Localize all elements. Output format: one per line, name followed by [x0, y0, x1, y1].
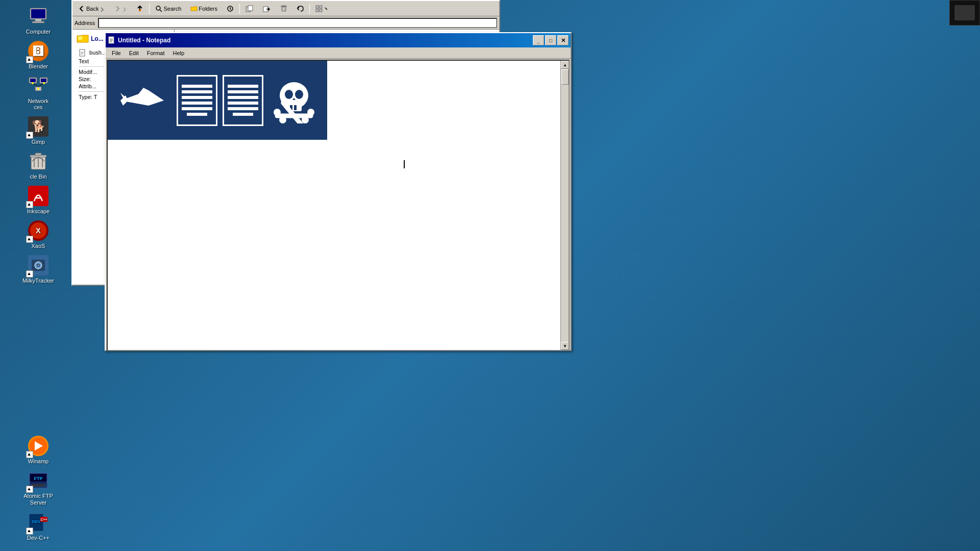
folders-label: Folders: [199, 6, 217, 12]
notepad-titlebar-icon: [108, 36, 116, 44]
desktop-icon-dev-cpp[interactable]: DEV C++ Dev-C++: [20, 510, 56, 541]
xaos-icon: X: [26, 218, 51, 243]
svg-rect-39: [139, 9, 141, 11]
winamp-icon-label: Winamp: [28, 458, 48, 464]
search-button[interactable]: Search: [152, 3, 185, 15]
notepad-banner-image: [108, 61, 327, 140]
modified-label: Modif...: [79, 69, 97, 75]
notepad-menubar: File Edit Format Help: [106, 47, 571, 59]
blender-icon-label: Blender: [29, 63, 48, 69]
svg-point-76: [302, 116, 309, 123]
history-button[interactable]: [223, 3, 237, 15]
desktop-icon-computer[interactable]: Computer: [20, 4, 56, 35]
address-input[interactable]: [98, 18, 497, 28]
size-label: Size:: [79, 76, 91, 82]
desktop-icon-winamp[interactable]: Winamp: [20, 434, 56, 464]
views-button[interactable]: [312, 3, 332, 15]
svg-rect-54: [320, 9, 322, 12]
svg-text:C++: C++: [40, 518, 47, 521]
notepad-content-area[interactable]: ▲ ▼: [107, 60, 570, 351]
banner-airplane-icon: [115, 80, 172, 121]
notepad-titlebar[interactable]: Untitled - Notepad _ □ ✕: [106, 33, 571, 47]
svg-rect-44: [248, 6, 253, 11]
svg-point-74: [307, 109, 314, 116]
svg-point-40: [156, 6, 160, 10]
desktop-icon-atomic-ftp[interactable]: FTP Atomic FTP Server: [18, 468, 59, 506]
svg-point-69: [285, 90, 293, 99]
recycle-icon-label: cle Bin: [30, 173, 46, 180]
inkscape-icon-label: Inkscape: [27, 208, 50, 214]
scroll-down-arrow: ▼: [563, 344, 567, 348]
inkscape-icon: [26, 184, 51, 208]
svg-rect-68: [294, 105, 297, 110]
desktop-icon-milkytracker[interactable]: MilkyTracker: [20, 253, 56, 284]
desktop-icon-network[interactable]: Networkces: [20, 73, 56, 110]
desktop: Computer 🅱 Blender: [0, 0, 980, 551]
desktop-icon-gimp[interactable]: 🐕 Gimp: [20, 114, 56, 145]
blender-icon: 🅱: [26, 39, 51, 63]
menu-file[interactable]: File: [108, 49, 125, 57]
toolbar-sep-2: [239, 4, 240, 14]
svg-point-73: [274, 109, 281, 116]
gimp-icon-label: Gimp: [32, 139, 45, 145]
folders-button[interactable]: Folders: [187, 3, 221, 15]
dev-cpp-icon-label: Dev-C++: [27, 535, 50, 541]
svg-point-70: [295, 90, 303, 99]
milkytracker-icon-label: MilkyTracker: [22, 278, 54, 284]
back-button[interactable]: Back: [75, 3, 108, 15]
banner-doc2-icon: [223, 75, 263, 126]
window-controls: _ □ ✕: [533, 35, 569, 45]
menu-edit[interactable]: Edit: [125, 49, 143, 57]
atomic-ftp-icon-label: Atomic FTP Server: [18, 493, 59, 506]
xaos-icon-label: XaoS: [32, 243, 45, 249]
scroll-up-button[interactable]: ▲: [561, 61, 569, 69]
network-icon-label: Networkces: [28, 98, 48, 110]
move-button[interactable]: [259, 3, 275, 15]
notepad-window: Untitled - Notepad _ □ ✕ File Edit: [105, 32, 572, 351]
notepad-title: Untitled - Notepad: [118, 37, 170, 44]
svg-rect-53: [316, 9, 318, 12]
filename-value: bush...: [89, 49, 106, 56]
svg-text:FTP: FTP: [34, 476, 43, 481]
scroll-up-arrow: ▲: [563, 63, 567, 67]
desktop-icon-xaos[interactable]: X XaoS: [20, 218, 56, 249]
maximize-button[interactable]: □: [545, 35, 556, 45]
scroll-down-button[interactable]: ▼: [561, 342, 569, 350]
svg-rect-52: [320, 6, 322, 8]
scroll-thumb[interactable]: [561, 69, 569, 85]
close-button[interactable]: ✕: [557, 35, 569, 45]
forward-button[interactable]: [110, 3, 131, 15]
dev-cpp-icon: DEV C++: [26, 510, 51, 535]
notepad-textarea[interactable]: [108, 61, 560, 350]
svg-line-41: [160, 10, 162, 12]
desktop-icon-blender[interactable]: 🅱 Blender: [20, 39, 56, 69]
attrib-label: Attrib...: [79, 83, 96, 89]
menu-format[interactable]: Format: [143, 49, 169, 57]
text-cursor: [404, 160, 405, 168]
svg-point-11: [32, 82, 34, 84]
menu-help[interactable]: Help: [169, 49, 189, 57]
desktop-icon-inkscape[interactable]: Inkscape: [20, 184, 56, 214]
gimp-icon: 🐕: [26, 114, 51, 139]
undo-button[interactable]: [293, 3, 307, 15]
up-button[interactable]: [133, 3, 147, 15]
vertical-scrollbar[interactable]: ▲ ▼: [560, 61, 569, 350]
copy-button[interactable]: [242, 3, 257, 15]
desktop-icon-recycle[interactable]: cle Bin: [20, 149, 56, 180]
sidebar-section-title: Lo...: [91, 35, 104, 42]
svg-rect-7: [41, 79, 46, 82]
scroll-track[interactable]: [561, 69, 569, 342]
banner-doc1-icon: [177, 75, 217, 126]
svg-text:DEV: DEV: [32, 519, 41, 524]
toolbar-sep-3: [309, 4, 310, 14]
toolbar-sep-1: [149, 4, 150, 14]
explorer-toolbar: Back Search: [72, 1, 499, 16]
minimize-button[interactable]: _: [533, 35, 544, 45]
delete-button[interactable]: [277, 3, 291, 15]
svg-text:X: X: [36, 227, 41, 235]
back-label: Back: [86, 6, 99, 12]
svg-point-12: [43, 82, 45, 84]
type-label: Type: T: [79, 94, 97, 100]
svg-rect-1: [31, 9, 45, 18]
search-label: Search: [163, 6, 181, 12]
